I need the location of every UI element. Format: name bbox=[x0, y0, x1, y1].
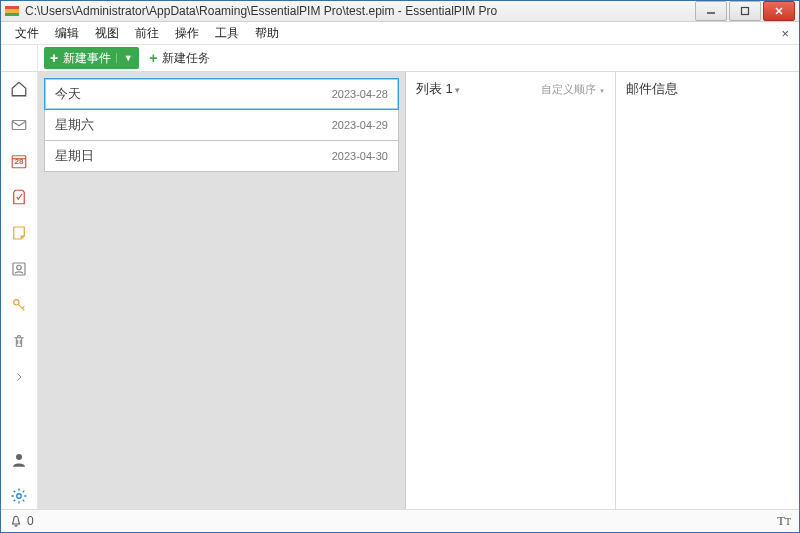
app-window: C:\Users\Administrator\AppData\Roaming\E… bbox=[0, 0, 800, 533]
agenda-row[interactable]: 星期日 2023-04-30 bbox=[44, 140, 399, 172]
agenda-date-label: 2023-04-30 bbox=[332, 150, 388, 162]
new-event-label: 新建事件 bbox=[63, 50, 111, 67]
chevron-down-icon[interactable]: ▼ bbox=[116, 53, 135, 63]
menu-action[interactable]: 操作 bbox=[167, 23, 207, 44]
new-task-button[interactable]: + 新建任务 bbox=[149, 50, 210, 67]
chevron-down-icon: ▾ bbox=[455, 85, 460, 95]
sidebar-expand[interactable] bbox=[5, 364, 33, 390]
list-title: 列表 1 bbox=[416, 81, 453, 96]
svg-point-13 bbox=[17, 494, 22, 499]
list-sort-dropdown[interactable]: 自定义顺序 ▼ bbox=[541, 82, 605, 97]
maximize-button[interactable] bbox=[729, 1, 761, 21]
text-format-icon[interactable]: TT bbox=[777, 513, 791, 529]
agenda-day-label: 星期日 bbox=[55, 147, 332, 165]
svg-point-8 bbox=[17, 265, 22, 270]
mail-panel-title: 邮件信息 bbox=[626, 81, 678, 96]
menubar: 文件 编辑 视图 前往 操作 工具 帮助 × bbox=[1, 22, 799, 45]
window-buttons bbox=[693, 1, 795, 21]
notifications-indicator[interactable]: 0 bbox=[9, 514, 34, 528]
svg-rect-4 bbox=[12, 121, 26, 130]
sidebar-tasks[interactable] bbox=[5, 184, 33, 210]
sidebar: 28 bbox=[1, 72, 38, 509]
list-title-dropdown[interactable]: 列表 1▾ bbox=[416, 80, 460, 98]
new-event-button[interactable]: + 新建事件 ▼ bbox=[44, 47, 139, 69]
svg-rect-1 bbox=[742, 8, 749, 15]
sidebar-calendar[interactable]: 28 bbox=[5, 148, 33, 174]
agenda-row[interactable]: 星期六 2023-04-29 bbox=[44, 109, 399, 141]
list-panel: 列表 1▾ 自定义顺序 ▼ bbox=[406, 72, 616, 509]
agenda-panel: 今天 2023-04-28 星期六 2023-04-29 星期日 2023-04… bbox=[38, 72, 406, 509]
sidebar-passwords[interactable] bbox=[5, 292, 33, 318]
sidebar-contacts[interactable] bbox=[5, 256, 33, 282]
list-panel-header: 列表 1▾ 自定义顺序 ▼ bbox=[416, 80, 605, 98]
agenda-row-today[interactable]: 今天 2023-04-28 bbox=[44, 78, 399, 110]
window-title: C:\Users\Administrator\AppData\Roaming\E… bbox=[25, 4, 693, 18]
close-document-button[interactable]: × bbox=[777, 26, 793, 41]
sidebar-home[interactable] bbox=[5, 76, 33, 102]
menu-view[interactable]: 视图 bbox=[87, 23, 127, 44]
menu-tools[interactable]: 工具 bbox=[207, 23, 247, 44]
toolbar-sidebar-spacer bbox=[1, 45, 38, 71]
bell-icon bbox=[9, 514, 23, 528]
agenda-day-label: 今天 bbox=[55, 85, 332, 103]
body: 28 bbox=[1, 72, 799, 509]
agenda-date-label: 2023-04-29 bbox=[332, 119, 388, 131]
menu-file[interactable]: 文件 bbox=[7, 23, 47, 44]
agenda-day-label: 星期六 bbox=[55, 116, 332, 134]
titlebar: C:\Users\Administrator\AppData\Roaming\E… bbox=[1, 1, 799, 22]
svg-point-12 bbox=[16, 454, 22, 460]
svg-point-9 bbox=[14, 300, 19, 305]
close-button[interactable] bbox=[763, 1, 795, 21]
agenda-date-label: 2023-04-28 bbox=[332, 88, 388, 100]
calendar-day-number: 28 bbox=[15, 157, 24, 166]
sidebar-user[interactable] bbox=[5, 447, 33, 473]
menu-help[interactable]: 帮助 bbox=[247, 23, 287, 44]
toolbar-inner: + 新建事件 ▼ + 新建任务 bbox=[38, 45, 216, 71]
menu-edit[interactable]: 编辑 bbox=[47, 23, 87, 44]
sidebar-mail[interactable] bbox=[5, 112, 33, 138]
toolbar: + 新建事件 ▼ + 新建任务 bbox=[1, 45, 799, 72]
statusbar: 0 TT bbox=[1, 509, 799, 532]
notifications-count: 0 bbox=[27, 514, 34, 528]
sidebar-trash[interactable] bbox=[5, 328, 33, 354]
sidebar-settings[interactable] bbox=[5, 483, 33, 509]
plus-icon: + bbox=[50, 51, 58, 65]
sidebar-notes[interactable] bbox=[5, 220, 33, 246]
main-panels: 今天 2023-04-28 星期六 2023-04-29 星期日 2023-04… bbox=[38, 72, 799, 509]
minimize-button[interactable] bbox=[695, 1, 727, 21]
plus-icon: + bbox=[149, 51, 157, 65]
list-sort-label: 自定义顺序 bbox=[541, 83, 596, 95]
statusbar-right: TT bbox=[777, 513, 791, 529]
menu-goto[interactable]: 前往 bbox=[127, 23, 167, 44]
new-task-label: 新建任务 bbox=[162, 50, 210, 67]
app-icon bbox=[5, 6, 19, 16]
mail-panel: 邮件信息 bbox=[616, 72, 799, 509]
